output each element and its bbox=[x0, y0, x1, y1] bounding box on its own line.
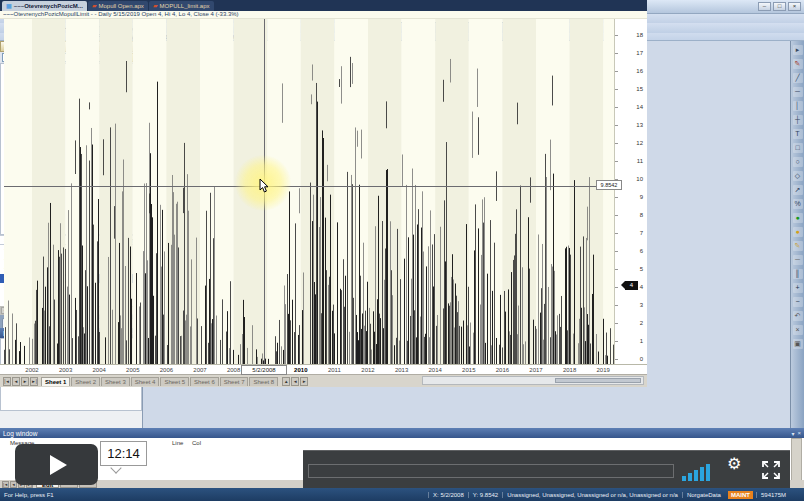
next-sheet-icon[interactable]: ► bbox=[21, 377, 29, 386]
close-button[interactable]: × bbox=[788, 2, 801, 11]
log-vscrollbar[interactable] bbox=[791, 438, 802, 481]
delete-tool-icon[interactable]: × bbox=[793, 325, 803, 335]
last-value-marker: 4 bbox=[625, 281, 638, 290]
sheet-tab[interactable]: Sheet 1 bbox=[41, 377, 70, 386]
date-axis[interactable]: 5/2/2008 2002200320042005200620072008201… bbox=[0, 364, 647, 374]
video-play-button[interactable] bbox=[15, 444, 98, 485]
status-y-value: Y: 9.8542 bbox=[468, 492, 502, 498]
settings-tool-icon[interactable]: ▣ bbox=[793, 339, 803, 349]
chart-tab-icon bbox=[6, 3, 12, 9]
text-tool-icon[interactable]: T bbox=[793, 129, 803, 139]
y-tick-label: 17 bbox=[636, 50, 643, 56]
sheet-tab[interactable]: Sheet 8 bbox=[249, 377, 278, 386]
video-seek-bar[interactable] bbox=[308, 464, 674, 478]
last-sheet-icon[interactable]: ►| bbox=[30, 377, 38, 386]
scroll-right-icon[interactable]: ► bbox=[300, 377, 308, 386]
status-assignments: Unassigned, Unassigned, Unassigned or n/… bbox=[502, 492, 682, 498]
y-tick-label: 9 bbox=[640, 194, 643, 200]
sheet-tab[interactable]: Sheet 6 bbox=[190, 377, 219, 386]
amibroker-window: AmiBroker - [~~~OtevrenychPozicMopullLim… bbox=[0, 0, 804, 501]
chart-pane: ~~~OtevrenychPozicM... Mopull Open.apx M… bbox=[0, 0, 647, 387]
prev-sheet-icon[interactable]: ◄ bbox=[12, 377, 20, 386]
x-tick-label: 2004 bbox=[93, 367, 106, 373]
log-window-title: Log window bbox=[3, 430, 37, 437]
ruler-tool-icon[interactable]: ─ bbox=[793, 255, 803, 265]
x-tick-label: 2010 bbox=[294, 367, 307, 373]
y-tick-label: 14 bbox=[636, 104, 643, 110]
trendline-tool-icon[interactable]: ╱ bbox=[793, 73, 803, 83]
channel-tool-icon[interactable]: ║ bbox=[793, 269, 803, 279]
y-tick-label: 16 bbox=[636, 68, 643, 74]
cross-tool-icon[interactable]: ┼ bbox=[793, 115, 803, 125]
x-tick-label: 2011 bbox=[328, 367, 341, 373]
log-window-header: Log window ▾ × bbox=[0, 428, 804, 438]
maximize-button[interactable]: □ bbox=[773, 2, 786, 11]
first-tab-icon[interactable]: |◄ bbox=[2, 481, 9, 488]
x-tick-label: 2014 bbox=[429, 367, 442, 373]
x-tick-label: 2013 bbox=[395, 367, 408, 373]
crosshair-date-label: 5/2/2008 bbox=[241, 365, 287, 375]
y-tick-label: 11 bbox=[637, 158, 643, 164]
fullscreen-icon[interactable] bbox=[761, 460, 781, 480]
y-tick-label: 10 bbox=[636, 176, 643, 182]
sheet-tab[interactable]: Sheet 7 bbox=[220, 377, 249, 386]
x-tick-label: 2019 bbox=[597, 367, 610, 373]
pointer-tool-icon[interactable]: ▸ bbox=[793, 45, 803, 55]
hline-tool-icon[interactable]: ─ bbox=[793, 87, 803, 97]
pencil-tool-icon[interactable]: ✎ bbox=[793, 59, 803, 69]
params-tool-icon[interactable]: ● bbox=[793, 227, 803, 237]
video-control-bar: ⚙ bbox=[303, 450, 790, 488]
sheet-tab[interactable]: Sheet 3 bbox=[101, 377, 130, 386]
x-tick-label: 2015 bbox=[462, 367, 475, 373]
status-badge: MAINT bbox=[728, 491, 753, 499]
y-tick-label: 6 bbox=[640, 248, 643, 254]
settings-gear-icon[interactable]: ⚙ bbox=[727, 454, 741, 473]
scroll-left-icon[interactable]: ◄ bbox=[291, 377, 299, 386]
menu-icon[interactable]: ▾ bbox=[791, 430, 794, 437]
zoom-out-tool-icon[interactable]: − bbox=[793, 297, 803, 307]
play-icon bbox=[50, 455, 67, 475]
undo-tool-icon[interactable]: ↶ bbox=[793, 311, 803, 321]
vline-tool-icon[interactable]: │ bbox=[793, 101, 803, 111]
line-column-label: Line bbox=[172, 440, 183, 446]
chart-tab[interactable]: ~~~OtevrenychPozicM... bbox=[2, 1, 87, 11]
status-help-text: For Help, press F1 bbox=[0, 492, 54, 498]
sheet-tab[interactable]: Sheet 2 bbox=[71, 377, 100, 386]
status-counter: 594175M bbox=[756, 492, 790, 498]
chart-tab-bar: ~~~OtevrenychPozicM... Mopull Open.apx M… bbox=[0, 0, 647, 11]
chart-tab[interactable]: MOPULL_limit.apx bbox=[149, 1, 214, 11]
drawing-tools-toolbar: ▸✎╱─│┼T□○◇↗%●●✎─║+−↶×▣ bbox=[790, 41, 804, 428]
ellipse-tool-icon[interactable]: ○ bbox=[793, 157, 803, 167]
formula-tab-icon bbox=[153, 3, 158, 9]
x-tick-label: 2005 bbox=[126, 367, 139, 373]
minimize-button[interactable]: – bbox=[758, 2, 771, 11]
chart-tab[interactable]: Mopull Open.apx bbox=[88, 1, 148, 11]
first-sheet-icon[interactable]: |◄ bbox=[3, 377, 11, 386]
rectangle-tool-icon[interactable]: □ bbox=[793, 143, 803, 153]
price-axis[interactable]: 0123456789101112131415161718 bbox=[614, 19, 647, 364]
sheet-menu-icon[interactable]: ▲ bbox=[282, 377, 290, 386]
fib-tool-icon[interactable]: % bbox=[793, 199, 803, 209]
scrollbar-thumb[interactable] bbox=[555, 378, 641, 383]
x-tick-label: 2017 bbox=[529, 367, 542, 373]
x-tick-label: 2012 bbox=[361, 367, 374, 373]
polygon-tool-icon[interactable]: ◇ bbox=[793, 171, 803, 181]
mouse-cursor bbox=[259, 179, 270, 194]
sheet-tab[interactable]: Sheet 5 bbox=[160, 377, 189, 386]
zoom-in-tool-icon[interactable]: + bbox=[793, 283, 803, 293]
y-tick-label: 1 bbox=[640, 338, 643, 344]
y-tick-label: 12 bbox=[636, 140, 643, 146]
x-tick-label: 2002 bbox=[25, 367, 38, 373]
price-chart[interactable] bbox=[4, 19, 616, 364]
sheet-tab[interactable]: Sheet 4 bbox=[131, 377, 160, 386]
y-tick-label: 2 bbox=[640, 320, 643, 326]
close-icon[interactable]: × bbox=[797, 430, 801, 437]
arrow-tool-icon[interactable]: ↗ bbox=[793, 185, 803, 195]
note-tool-icon[interactable]: ✎ bbox=[793, 241, 803, 251]
y-tick-label: 18 bbox=[636, 32, 643, 38]
status-x-value: X: 5/2/2008 bbox=[428, 492, 468, 498]
chart-hscrollbar[interactable] bbox=[422, 376, 644, 385]
volume-icon[interactable] bbox=[682, 461, 714, 481]
apply-tool-icon[interactable]: ● bbox=[793, 213, 803, 223]
y-tick-label: 4 bbox=[640, 284, 643, 290]
